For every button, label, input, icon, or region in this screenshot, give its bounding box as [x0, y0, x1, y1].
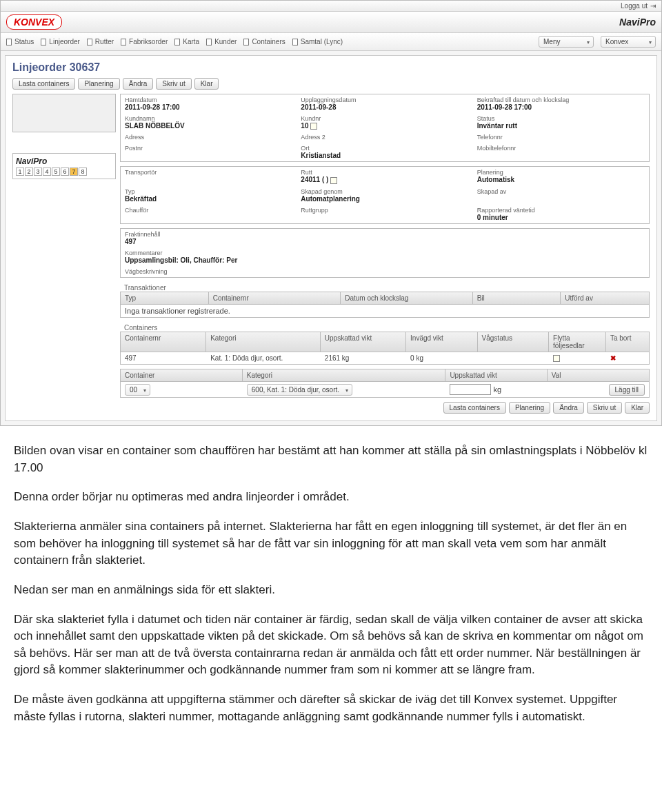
edit-icon[interactable] [310, 123, 317, 130]
pager-page[interactable]: 5 [52, 168, 60, 176]
logout-icon[interactable]: ⇥ [650, 2, 656, 10]
move-icon[interactable] [553, 355, 560, 362]
page-icon [121, 39, 126, 45]
lasta-button-footer[interactable]: Lasta containers [443, 402, 506, 414]
trans-col-utford: Utförd av [561, 292, 649, 304]
pager-page-active[interactable]: 7 [70, 168, 78, 176]
logo-bar: KONVEX NaviPro [1, 12, 661, 33]
page-icon [87, 39, 92, 45]
menu-dropdown[interactable]: Meny [539, 36, 594, 48]
doc-p1: Bilden ovan visar en container som chauf… [14, 443, 648, 476]
ort-value: Kristianstad [301, 152, 468, 159]
container-select[interactable]: 00 [125, 384, 150, 396]
edit-icon[interactable] [330, 177, 337, 184]
addc-col-vikt: Uppskattad vikt [445, 369, 547, 381]
pager-page[interactable]: 6 [61, 168, 69, 176]
andra-button-footer[interactable]: Ändra [553, 402, 584, 414]
transactions-panel: Transaktioner Typ Containernr Datum och … [120, 282, 650, 318]
telefon-label: Telefonnr [477, 134, 645, 141]
planering-button-footer[interactable]: Planering [509, 402, 550, 414]
pager-page[interactable]: 8 [79, 168, 87, 176]
delete-icon[interactable]: ✖ [610, 354, 616, 362]
typ-label: Typ [125, 188, 292, 195]
planering-button[interactable]: Planering [78, 78, 119, 90]
skapad-genom-value: Automatplanering [301, 195, 468, 203]
pager-page[interactable]: 4 [43, 168, 51, 176]
andra-button[interactable]: Ändra [123, 78, 154, 90]
thumbnail[interactable] [12, 94, 116, 132]
page-icon [292, 39, 298, 45]
page-icon [243, 39, 249, 45]
nav-fabriksorder[interactable]: Fabriksorder [121, 38, 168, 45]
doc-p2: Denna order börjar nu optimeras med andr… [14, 489, 648, 506]
nav-rutter[interactable]: Rutter [87, 38, 114, 45]
skrivut-button-footer[interactable]: Skriv ut [587, 402, 622, 414]
navipro-logo: NaviPro [619, 17, 656, 28]
rapporterad-value: 0 minuter [477, 214, 645, 221]
hamtdatum-value: 2011-09-28 17:00 [125, 103, 292, 111]
page-icon [174, 39, 180, 45]
nav-kunder[interactable]: Kunder [206, 38, 237, 45]
transport-panel: Transportör Rutt24011 ( ) PlaneringAutom… [120, 166, 650, 223]
map-widget[interactable]: NaviPro 1 2 3 4 5 6 7 8 [12, 153, 116, 179]
status-value: Inväntar rutt [477, 122, 645, 130]
containers-title: Containers [120, 322, 650, 332]
konvex-logo: KONVEX [6, 14, 62, 30]
page: Linjeorder 30637 Lasta containers Planer… [5, 55, 657, 421]
addc-col-kategori: Kategori [243, 369, 446, 381]
order-info-panel: Hämtdatum2011-09-28 17:00 Uppläggningsda… [120, 94, 650, 162]
page-icon [206, 39, 212, 45]
nav-linjeorder[interactable]: Linjeorder [41, 38, 79, 45]
doc-p5: Där ska slakteriet fylla i datumet och t… [14, 611, 648, 680]
container-kat: Kat. 1: Döda djur, osort. [206, 352, 321, 364]
page-icon [41, 39, 46, 45]
containers-panel: Containers Containernr Kategori Uppskatt… [120, 322, 650, 365]
nav-karta[interactable]: Karta [174, 38, 199, 45]
fraktinnehall-label: Fraktinnehåll [125, 231, 645, 238]
chauffor-label: Chaufför [125, 207, 292, 214]
ruttgrupp-label: Ruttgrupp [301, 207, 468, 214]
logout-link[interactable]: Logga ut [621, 2, 648, 10]
pager-page[interactable]: 3 [34, 168, 42, 176]
klar-button[interactable]: Klar [194, 78, 219, 90]
navipro-logo-small: NaviPro [16, 156, 47, 166]
bekraftad-value: 2011-09-28 17:00 [477, 103, 645, 111]
lagg-till-button[interactable]: Lägg till [609, 384, 645, 396]
topbar: Logga ut ⇥ [1, 1, 661, 12]
vikt-unit: kg [493, 385, 501, 394]
vagbeskrivning-label: Vägbeskrivning [125, 268, 645, 275]
pager-page[interactable]: 1 [16, 168, 24, 176]
skrivut-button[interactable]: Skriv ut [156, 78, 191, 90]
kategori-select[interactable]: 600, Kat. 1: Döda djur, osort. [247, 384, 352, 396]
doc-p4: Nedan ser man en anmälnings sida för ett… [14, 582, 648, 599]
container-row: 497 Kat. 1: Döda djur, osort. 2161 kg 0 … [121, 352, 649, 364]
addc-col-val: Val [548, 369, 649, 381]
lasta-button[interactable]: Lasta containers [12, 78, 75, 90]
upplaggning-value: 2011-09-28 [301, 103, 468, 111]
pager-page[interactable]: 2 [25, 168, 33, 176]
kommentarer-label: Kommentarer [125, 250, 645, 256]
kundnr-value: 10 [301, 122, 468, 130]
container-nr: 497 [121, 352, 206, 364]
kommentarer-value: Uppsamlingsbil: Oli, Chaufför: Per [125, 256, 645, 264]
context-dropdown[interactable]: Konvex [601, 36, 656, 48]
typ-value: Bekräftad [125, 195, 292, 203]
trans-col-typ: Typ [121, 292, 209, 304]
nav-samtal[interactable]: Samtal (Lync) [292, 38, 343, 45]
skapad-av-label: Skapad av [477, 188, 645, 195]
nav-status[interactable]: Status [6, 38, 34, 45]
vikt-input[interactable] [450, 384, 491, 395]
planering-label: Planering [477, 169, 645, 176]
page-icon [6, 39, 12, 45]
nav-containers[interactable]: Containers [243, 38, 285, 45]
cont-col-flytta: Flytta följesedlar [549, 332, 606, 352]
klar-button-footer[interactable]: Klar [625, 402, 650, 414]
ort-label: Ort [301, 145, 468, 152]
side-column: NaviPro 1 2 3 4 5 6 7 8 [12, 94, 116, 414]
upplaggning-label: Uppläggningsdatum [301, 97, 468, 103]
trans-empty: Inga transaktioner registrerade. [121, 305, 649, 317]
document-body: Bilden ovan visar en container som chauf… [0, 426, 662, 765]
trans-col-containernr: Containernr [209, 292, 341, 304]
rutt-label: Rutt [301, 169, 468, 176]
skapad-genom-label: Skapad genom [301, 188, 468, 195]
